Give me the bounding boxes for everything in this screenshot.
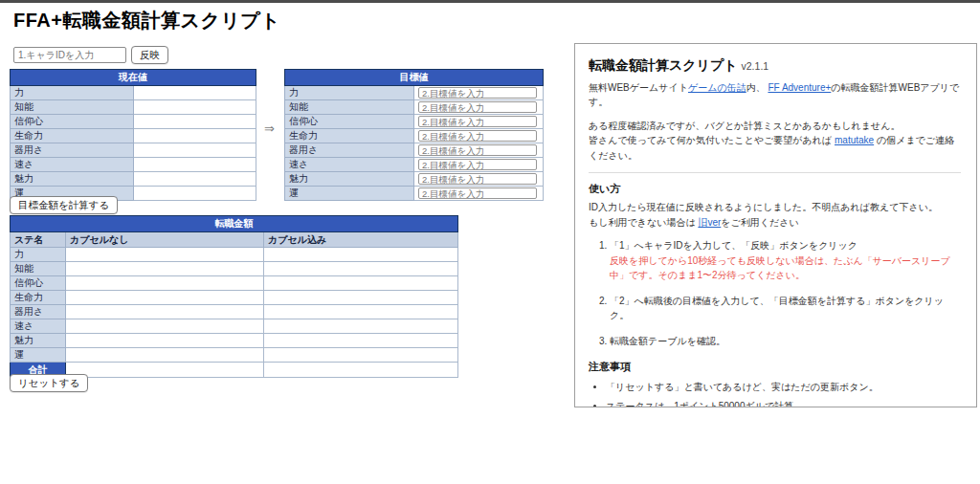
divider (589, 172, 961, 173)
usage-line2-suffix: をご利用ください (721, 217, 798, 228)
notes-heading: 注意事項 (589, 359, 961, 375)
current-value-cell (133, 143, 256, 158)
amount-no-capsule-cell (66, 319, 264, 334)
target-value-input[interactable] (418, 144, 537, 156)
usage-steps: 「1」へキャラIDを入力して、「反映」ボタンをクリック 反映を押してから10秒経… (594, 238, 961, 348)
stat-label: 器用さ (11, 143, 134, 158)
panel-title: 転職金額計算スクリプト v2.1.1 (589, 55, 961, 77)
amount-no-capsule-cell (66, 291, 264, 305)
usage-line1: ID入力したら現在値に反映されるようにしました。不明点あれば教えて下さい。 (589, 202, 938, 212)
notes-list: 「リセットする」と書いてあるけど、実はただの更新ボタン。 ステータスは、1ポイン… (590, 380, 961, 407)
amount-table-column-row: ステ名 カプセルなし カプセル込み (11, 232, 458, 248)
current-value-cell (133, 158, 256, 172)
table-row: 信仰心 (11, 276, 458, 291)
table-row: 信仰心 (11, 115, 256, 129)
table-row: 知能 (11, 262, 458, 276)
target-value-input[interactable] (418, 173, 537, 185)
stat-label: 魅力 (11, 172, 134, 187)
current-value-cell (133, 172, 256, 187)
server-sleep-warning: 反映を押してから10秒経っても反映しない場合は、たぶん「サーバースリープ中」です… (610, 255, 950, 281)
table-row: 生命力 (285, 129, 544, 143)
table-row: 力 (11, 86, 256, 100)
disclaimer-line2-prefix: 皆さんで使ってみて何か気付いたことやご要望があれば (589, 135, 835, 145)
table-row: 器用さ (11, 143, 256, 158)
amount-with-capsule-cell (264, 248, 458, 262)
step3-text: 転職金額テーブルを確認。 (610, 336, 725, 346)
table-row: 知能 (285, 100, 544, 115)
usage-line2-prefix: もし利用できない場合は (589, 217, 698, 228)
table-row: 速さ (11, 319, 458, 334)
ff-adventure-link[interactable]: FF Adventure+ (768, 82, 831, 93)
target-value-input[interactable] (418, 187, 537, 199)
table-row: 生命力 (11, 129, 256, 143)
usage-step-3: 転職金額テーブルを確認。 (610, 334, 961, 349)
char-id-input[interactable] (13, 47, 126, 63)
usage-heading: 使い方 (589, 181, 961, 197)
table-row: 信仰心 (285, 115, 544, 129)
table-row: 生命力 (11, 291, 458, 305)
amount-no-capsule-cell (66, 248, 264, 262)
stat-label: 知能 (11, 262, 66, 276)
stat-label: 知能 (11, 100, 134, 115)
stat-label: 力 (11, 248, 66, 262)
stat-label: 生命力 (11, 291, 66, 305)
disclaimer-line1: ある程度確認済みですが、バグとか計算ミスとかあるかもしれません。 (589, 121, 900, 131)
game-can-link[interactable]: ゲームの缶詰 (688, 82, 746, 93)
stat-label: 生命力 (11, 129, 134, 143)
stat-label: 生命力 (285, 129, 414, 143)
step2-text: 「2」へ転職後の目標値を入力して、「目標金額を計算する」ボタンをクリック。 (610, 296, 944, 321)
table-row: 魅力 (11, 334, 458, 348)
amount-no-capsule-cell (66, 305, 264, 319)
current-values-table: 現在値 力 知能 信仰心 生命力 器用さ 速さ 魅力 運 (10, 69, 256, 201)
total-no-capsule-cell (66, 363, 264, 378)
calculate-button[interactable]: 目標金額を計算する (10, 196, 118, 214)
table-row: 運 (285, 187, 544, 201)
current-value-cell (133, 115, 256, 129)
table-row: 力 (11, 248, 458, 262)
amount-with-capsule-cell (264, 319, 458, 334)
window-top-edge (0, 0, 980, 3)
stat-label: 器用さ (11, 305, 66, 319)
target-value-input[interactable] (418, 159, 537, 170)
stat-label: 器用さ (285, 143, 414, 158)
usage-step-2: 「2」へ転職後の目標値を入力して、「目標金額を計算する」ボタンをクリック。 (610, 294, 961, 323)
stat-label: 速さ (11, 158, 134, 172)
table-row: 魅力 (285, 172, 544, 187)
stat-label: 運 (285, 187, 414, 201)
amount-with-capsule-cell (264, 334, 458, 348)
table-row: 速さ (285, 158, 544, 172)
column-with-capsule: カプセル込み (264, 232, 458, 248)
target-value-input[interactable] (418, 87, 537, 99)
amount-table: 転職金額 ステ名 カプセルなし カプセル込み 力 知能 信仰心 生命力 器用さ … (10, 215, 458, 378)
usage-step-1: 「1」へキャラIDを入力して、「反映」ボタンをクリック 反映を押してから10秒経… (610, 238, 961, 283)
amount-no-capsule-cell (66, 334, 264, 348)
table-row: 力 (285, 86, 544, 100)
stat-label: 力 (11, 86, 134, 100)
table-row: 魅力 (11, 172, 256, 187)
version-label: v2.1.1 (742, 60, 769, 72)
stat-label: 信仰心 (11, 276, 66, 291)
intro-text: 無料WEBゲームサイトゲームの缶詰内、 FF Adventure+の転職金額計算… (589, 80, 961, 110)
old-version-link[interactable]: 旧ver (698, 217, 721, 228)
target-value-input[interactable] (418, 130, 537, 142)
target-value-input[interactable] (418, 101, 537, 113)
table-row: 運 (11, 348, 458, 363)
reset-button[interactable]: リセットする (10, 374, 88, 392)
matutake-link[interactable]: matutake (835, 135, 874, 145)
intro-mid: 内、 (746, 82, 768, 93)
stat-label: 力 (285, 86, 414, 100)
amount-no-capsule-cell (66, 276, 264, 291)
target-value-input[interactable] (418, 116, 537, 127)
stat-label: 速さ (285, 158, 414, 172)
usage-intro: ID入力したら現在値に反映されるようにしました。不明点あれば教えて下さい。 もし… (589, 200, 961, 230)
stat-label: 魅力 (285, 172, 414, 187)
step1-text: 「1」へキャラIDを入力して、「反映」ボタンをクリック (610, 240, 858, 251)
total-with-capsule-cell (264, 363, 458, 378)
amount-with-capsule-cell (264, 262, 458, 276)
reflect-button[interactable]: 反映 (131, 46, 168, 64)
table-row: 知能 (11, 100, 256, 115)
target-values-table: 目標値 力 知能 信仰心 生命力 器用さ 速さ 魅力 運 (284, 69, 544, 201)
table-row: 器用さ (11, 305, 458, 319)
stat-label: 魅力 (11, 334, 66, 348)
column-stat-name: ステ名 (11, 232, 66, 248)
